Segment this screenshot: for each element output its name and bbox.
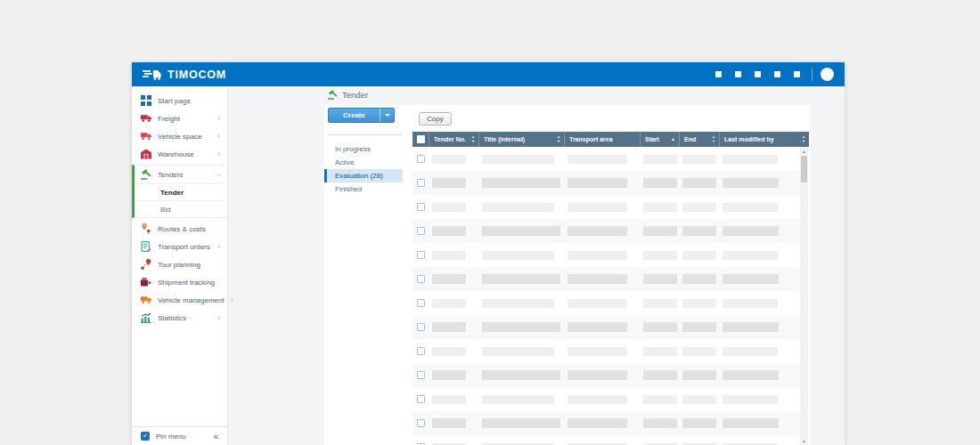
table-row[interactable] <box>412 315 809 339</box>
table-row[interactable] <box>412 387 809 411</box>
create-dropdown-caret-icon[interactable] <box>380 109 394 122</box>
skeleton-bar <box>432 226 466 236</box>
brand-name: TIMOCOM <box>167 69 226 81</box>
sidebar-item-routes-costs[interactable]: Routes & costs <box>132 220 227 238</box>
column-header-transport-area[interactable]: Transport area <box>564 132 640 147</box>
sidebar-item-vehicle-management[interactable]: Vehicle management› <box>132 291 227 309</box>
topbar-action-icon[interactable] <box>755 71 761 77</box>
subnav-item-in-progress[interactable]: In progress <box>324 142 403 156</box>
avatar[interactable] <box>821 68 834 81</box>
status-subnav: In progressActiveEvaluation (28)Finished <box>324 142 403 196</box>
copy-button[interactable]: Copy <box>419 112 452 125</box>
row-checkbox[interactable] <box>417 203 425 211</box>
table-row[interactable] <box>412 363 809 387</box>
sort-asc-icon[interactable] <box>671 137 675 142</box>
sidebar-item-tour-planning[interactable]: Tour planning <box>132 255 227 273</box>
topbar-action-icon[interactable] <box>735 71 741 77</box>
chevron-right-icon: › <box>217 243 220 251</box>
skeleton-bar <box>723 274 779 284</box>
sidebar-item-bid[interactable]: Bid <box>135 200 227 217</box>
sidebar-item-start-page[interactable]: Start page <box>132 92 227 109</box>
skeleton-bar <box>432 418 466 428</box>
row-checkbox[interactable] <box>417 371 425 379</box>
scroll-up-icon[interactable] <box>802 147 806 155</box>
column-header-title-internal[interactable]: Title (internal) <box>478 132 564 147</box>
chevron-right-icon: › <box>217 314 220 322</box>
column-header-start[interactable]: Start <box>640 132 679 147</box>
sidebar-item-vehicle-space[interactable]: Vehicle space› <box>132 127 227 145</box>
content-panel: Create Copy In progressActiveEvaluation … <box>324 105 811 445</box>
app-window: TIMOCOM Start pageFreight›Vehicle space›… <box>132 62 845 445</box>
sidebar-item-statistics[interactable]: Statistics› <box>132 309 227 327</box>
table-row[interactable] <box>412 291 809 315</box>
sidebar-item-tenders[interactable]: Tenders› <box>135 166 227 183</box>
table-row[interactable] <box>412 195 809 219</box>
skeleton-bar <box>432 274 466 284</box>
table-row[interactable] <box>412 411 809 435</box>
skeleton-bar <box>723 155 778 164</box>
scroll-down-icon[interactable] <box>802 437 806 445</box>
subnav-item-evaluation-28[interactable]: Evaluation (28) <box>324 169 403 182</box>
select-all-checkbox[interactable] <box>412 132 429 147</box>
row-checkbox[interactable] <box>417 323 425 331</box>
desktop-background: { "app": { "topbar": { "logo_text": "TIM… <box>0 0 980 445</box>
start-grid-icon <box>141 95 151 106</box>
sidebar-item-label: Shipment tracking <box>158 279 215 287</box>
sidebar-item-shipment-tracking[interactable]: Shipment tracking <box>132 273 227 291</box>
row-checkbox[interactable] <box>417 419 425 427</box>
skeleton-bar <box>682 203 716 212</box>
scrollbar-thumb[interactable] <box>801 156 807 182</box>
skeleton-bar <box>643 178 677 188</box>
table-row[interactable] <box>412 219 809 243</box>
table-row[interactable] <box>412 339 809 363</box>
sort-icon[interactable] <box>557 135 560 143</box>
skeleton-bar <box>723 203 778 212</box>
timocom-truck-icon <box>143 69 162 80</box>
topbar-action-icon[interactable] <box>715 71 722 77</box>
sidebar-item-transport-orders[interactable]: Transport orders› <box>132 238 227 255</box>
page-title: Tender <box>328 90 368 100</box>
skeleton-bar <box>482 226 560 236</box>
skeleton-bar <box>568 226 627 236</box>
table-row[interactable] <box>412 267 809 291</box>
skeleton-bar <box>682 418 716 428</box>
row-checkbox[interactable] <box>417 347 425 355</box>
skeleton-bar <box>432 178 466 188</box>
sidebar-item-tender[interactable]: Tender <box>135 183 227 200</box>
table-scrollbar[interactable] <box>800 147 808 445</box>
skeleton-bar <box>568 395 627 404</box>
subnav-divider <box>328 134 403 135</box>
create-button[interactable]: Create <box>328 108 395 123</box>
row-checkbox[interactable] <box>417 179 425 187</box>
subnav-item-active[interactable]: Active <box>324 156 403 169</box>
row-checkbox[interactable] <box>417 227 425 235</box>
row-checkbox[interactable] <box>417 275 425 283</box>
tour-route-icon <box>141 259 151 270</box>
sort-icon[interactable] <box>802 135 805 143</box>
subnav-item-finished[interactable]: Finished <box>324 182 403 196</box>
skeleton-bar <box>482 299 554 308</box>
sidebar-item-warehouse[interactable]: Warehouse› <box>132 145 227 163</box>
sidebar-item-freight[interactable]: Freight› <box>132 109 227 127</box>
column-header-last-modified-by[interactable]: Last modified by <box>719 132 809 147</box>
topbar-action-icon[interactable] <box>774 71 780 77</box>
row-checkbox[interactable] <box>417 155 425 163</box>
row-checkbox[interactable] <box>417 299 425 307</box>
table-row[interactable] <box>412 243 809 267</box>
column-header-tender-no[interactable]: Tender No. <box>429 132 478 147</box>
skeleton-bar <box>432 299 466 308</box>
row-checkbox[interactable] <box>417 251 425 259</box>
skeleton-bar <box>432 251 466 260</box>
topbar-action-icon[interactable] <box>794 71 800 77</box>
collapse-sidebar-icon[interactable]: « <box>213 432 218 441</box>
skeleton-bar <box>568 322 627 332</box>
table-row[interactable] <box>412 147 809 171</box>
sort-icon[interactable] <box>712 135 715 143</box>
pin-menu-checkbox[interactable]: ✓ <box>141 432 150 441</box>
row-checkbox[interactable] <box>417 395 425 403</box>
skeleton-bar <box>682 251 716 260</box>
column-header-end[interactable]: End <box>679 132 719 147</box>
table-row[interactable] <box>412 435 809 445</box>
table-row[interactable] <box>412 171 809 195</box>
sort-icon[interactable] <box>471 135 475 143</box>
